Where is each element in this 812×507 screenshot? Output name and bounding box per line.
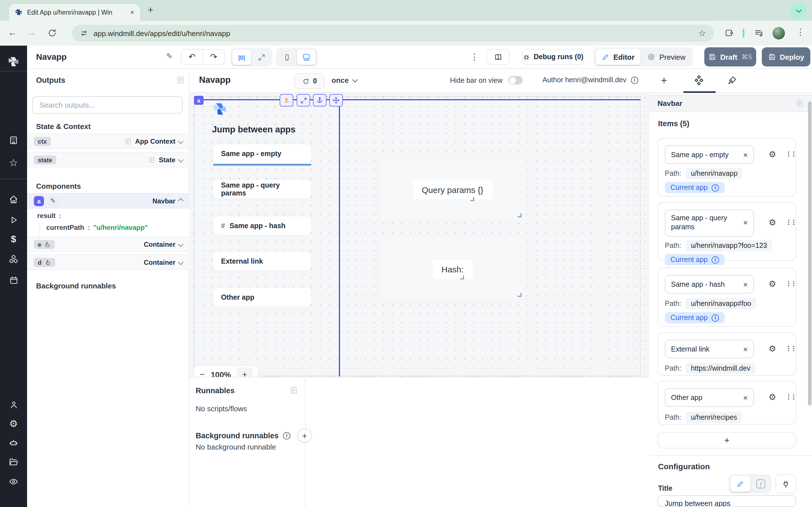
state-output-row[interactable]: state State bbox=[27, 152, 190, 167]
author-info-icon[interactable]: i bbox=[631, 76, 638, 83]
url-text[interactable]: app.windmill.dev/apps/edit/u/henri/navap… bbox=[94, 29, 230, 38]
selection-right-edge[interactable] bbox=[339, 99, 340, 376]
home-icon[interactable] bbox=[0, 191, 27, 207]
drag-handle-icon[interactable]: ⋮⋮ bbox=[785, 280, 796, 287]
bookmark-star-icon[interactable]: ☆ bbox=[698, 28, 706, 38]
nav-item-query-params[interactable]: Same app - query params bbox=[213, 180, 311, 198]
favorites-star-icon[interactable]: ☆ bbox=[0, 155, 27, 171]
deploy-button[interactable]: Deploy bbox=[762, 47, 810, 66]
hash-container[interactable]: Hash: bbox=[381, 239, 524, 299]
item-settings-gear-icon[interactable]: ⚙ bbox=[769, 149, 776, 159]
add-item-button[interactable]: + bbox=[658, 432, 796, 448]
edit-name-icon[interactable]: ✎ bbox=[166, 52, 172, 60]
component-row-navbar[interactable]: a ✎ Navbar bbox=[27, 193, 190, 209]
clear-icon[interactable]: × bbox=[743, 344, 748, 353]
nav-item-external-link[interactable]: External link bbox=[213, 252, 311, 270]
current-path-value[interactable]: "u/henri/navapp" bbox=[93, 224, 148, 231]
result-key[interactable]: result bbox=[37, 212, 56, 220]
runs-icon[interactable] bbox=[0, 212, 27, 228]
edit-id-icon[interactable]: ✎ bbox=[47, 196, 59, 206]
item-5-label-input[interactable]: Other app × bbox=[665, 388, 754, 407]
current-app-info-icon[interactable]: i bbox=[712, 184, 719, 191]
expand-canvas-button[interactable] bbox=[252, 50, 271, 65]
canvas-grid[interactable]: a Jump between apps Same app - empty bbox=[190, 93, 650, 378]
user-icon[interactable] bbox=[0, 397, 27, 412]
item-settings-gear-icon[interactable]: ⚙ bbox=[769, 392, 776, 402]
draft-button[interactable]: Draft ⌘S bbox=[704, 47, 756, 66]
folders-icon[interactable] bbox=[0, 454, 27, 470]
chevron-down-icon[interactable] bbox=[178, 138, 184, 144]
current-path-key[interactable]: currentPath bbox=[46, 224, 84, 231]
refresh-button[interactable]: 0 bbox=[294, 73, 325, 89]
item-settings-gear-icon[interactable]: ⚙ bbox=[769, 217, 776, 228]
undo-button[interactable]: ↶ bbox=[182, 50, 203, 64]
settings-gear-icon[interactable]: ⚙ bbox=[0, 416, 27, 432]
chevron-down-icon[interactable] bbox=[178, 260, 184, 265]
current-app-info-icon[interactable]: i bbox=[712, 314, 719, 321]
add-component-tab[interactable]: + bbox=[661, 74, 667, 87]
playlist-icon[interactable] bbox=[754, 28, 764, 38]
mobile-view-button[interactable] bbox=[277, 50, 296, 65]
title-value-input[interactable]: Jump between apps bbox=[658, 495, 796, 507]
forward-icon[interactable]: → bbox=[27, 27, 36, 38]
close-tab-icon[interactable]: × bbox=[130, 8, 134, 16]
drag-handle-icon[interactable]: ⋮⋮ bbox=[785, 151, 796, 158]
item-settings-gear-icon[interactable]: ⚙ bbox=[769, 279, 776, 289]
insert-below-button[interactable] bbox=[280, 94, 293, 107]
site-info-icon[interactable] bbox=[80, 29, 88, 37]
more-options-icon[interactable]: ⋮ bbox=[470, 52, 479, 62]
nav-item-hash[interactable]: # Same app - hash bbox=[213, 216, 311, 235]
clear-icon[interactable]: × bbox=[743, 280, 748, 289]
outputs-doc-icon[interactable] bbox=[176, 75, 185, 84]
add-bg-runnable-button[interactable]: + bbox=[297, 428, 312, 443]
drag-handle-icon[interactable]: ⋮⋮ bbox=[785, 345, 796, 352]
extensions-icon[interactable] bbox=[724, 28, 733, 38]
chevron-down-icon[interactable] bbox=[178, 241, 184, 247]
resources-icon[interactable] bbox=[0, 251, 27, 267]
drag-handle-icon[interactable]: ⋮⋮ bbox=[785, 393, 796, 400]
refresh-mode-dropdown[interactable]: once bbox=[332, 76, 357, 84]
styling-tab[interactable] bbox=[727, 75, 738, 85]
zoom-in-button[interactable]: + bbox=[237, 367, 253, 378]
component-row-container-e[interactable]: e Container bbox=[27, 237, 190, 252]
nav-item-other-app[interactable]: Other app bbox=[213, 288, 311, 306]
nav-item-same-app-empty[interactable]: Same app - empty bbox=[213, 144, 311, 163]
url-bar[interactable]: app.windmill.dev/apps/edit/u/henri/navap… bbox=[72, 25, 714, 42]
clear-icon[interactable]: × bbox=[743, 150, 748, 159]
browser-tab[interactable]: Edit App u/henri/navapp | Win × bbox=[9, 4, 140, 21]
anchor-component-button[interactable] bbox=[313, 94, 326, 107]
item-4-label-input[interactable]: External link × bbox=[665, 340, 754, 358]
schedules-icon[interactable] bbox=[0, 272, 27, 288]
chevron-up-icon[interactable] bbox=[178, 198, 184, 204]
browser-menu-icon[interactable]: ⋮ bbox=[796, 27, 805, 37]
workspace-icon[interactable] bbox=[0, 132, 27, 148]
back-icon[interactable]: ← bbox=[8, 27, 17, 38]
chrome-chevron-button[interactable] bbox=[791, 3, 806, 18]
item-1-label-input[interactable]: Same app - empty × bbox=[665, 145, 754, 164]
item-2-label-input[interactable]: Same app - query params × bbox=[665, 210, 754, 237]
query-params-container[interactable]: Query params {} bbox=[381, 160, 524, 220]
variables-icon[interactable]: $ bbox=[0, 231, 27, 247]
bg-runnables-info-icon[interactable]: i bbox=[283, 432, 290, 439]
editor-tab[interactable]: Editor bbox=[596, 49, 641, 65]
selected-component-badge[interactable]: a bbox=[194, 96, 204, 105]
connect-plug-button[interactable] bbox=[775, 474, 796, 494]
static-mode-button[interactable] bbox=[730, 476, 751, 492]
search-outputs-input[interactable]: Search outputs... bbox=[32, 96, 183, 114]
clear-icon[interactable]: × bbox=[743, 393, 748, 402]
new-tab-icon[interactable]: + bbox=[148, 4, 153, 16]
desktop-view-button[interactable] bbox=[297, 50, 316, 65]
reload-icon[interactable] bbox=[47, 28, 57, 38]
audit-eye-icon[interactable] bbox=[0, 474, 27, 490]
right-panel-scrollbar[interactable] bbox=[808, 101, 811, 406]
preview-tab[interactable]: Preview bbox=[642, 49, 691, 65]
expand-component-button[interactable] bbox=[297, 94, 310, 107]
windmill-logo[interactable] bbox=[0, 54, 27, 70]
component-settings-tab[interactable] bbox=[694, 75, 704, 86]
fx-mode-button[interactable]: ƒ bbox=[752, 476, 770, 492]
zoom-out-button[interactable]: − bbox=[200, 369, 205, 378]
ctx-output-row[interactable]: ctx App Context bbox=[27, 133, 190, 149]
item-settings-gear-icon[interactable]: ⚙ bbox=[769, 344, 776, 354]
workers-icon[interactable] bbox=[0, 435, 27, 451]
align-center-button[interactable]: |0| bbox=[232, 50, 251, 65]
